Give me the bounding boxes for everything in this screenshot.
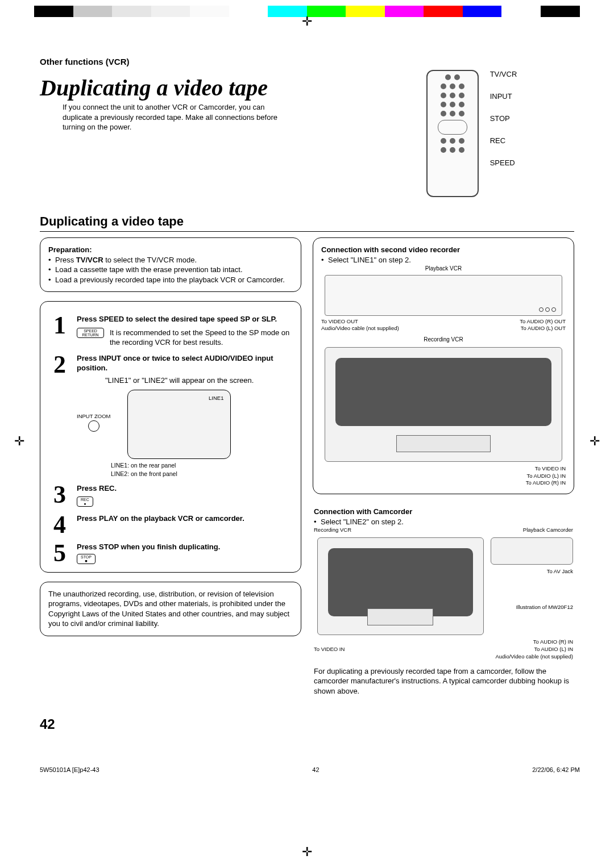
footer-page: 42: [312, 766, 319, 773]
page-intro: If you connect the unit to another VCR o…: [63, 102, 296, 132]
step-1-body: It is recommended to set the Speed to th…: [110, 328, 293, 348]
playback-cam-label: Playback Camcorder: [523, 527, 573, 534]
divider: [40, 231, 574, 232]
conn-cam-title: Connection with Camcorder: [314, 507, 573, 517]
step-5: 5 Press STOP when you finish duplicating…: [48, 542, 293, 565]
camcorder-illustration: [491, 537, 573, 565]
step-4: 4 Press PLAY on the playback VCR or camc…: [48, 514, 293, 536]
stop-button-icon: STOP■: [77, 554, 96, 564]
illustration-label: Illustration of MW20F12: [491, 604, 573, 611]
step-4-head: Press PLAY on the playback VCR or camcor…: [77, 514, 244, 523]
tv-screen-illustration: LINE1: [127, 390, 231, 459]
step-3-head: Press REC.: [77, 484, 117, 493]
footer-file: 5W50101A [E]p42-43: [40, 766, 99, 773]
page-number: 42: [40, 716, 574, 732]
connection-vcr-box: Connection with second video recorder Se…: [313, 237, 574, 494]
preparation-title: Preparation:: [48, 245, 293, 255]
preparation-item2: Load a cassette tape with the erase prev…: [48, 265, 293, 275]
to-audio-l-in-label: To AUDIO (L) IN: [321, 473, 566, 480]
to-audio-l-out-label: To AUDIO (L) OUT: [521, 325, 566, 332]
playback-vcr-label: Playback VCR: [321, 265, 566, 273]
to-audio-r-in-label: To AUDIO (R) IN: [321, 479, 566, 487]
preparation-item3: Load a previously recorded tape into the…: [48, 275, 293, 285]
callout-tvvcr: TV/VCR: [490, 70, 517, 78]
to-audio-r-in-label2: To AUDIO (R) IN: [533, 639, 573, 646]
rec-button-icon: REC●: [77, 496, 93, 507]
recording-vcr-label: Recording VCR: [321, 336, 566, 344]
input-button-icon: [88, 420, 99, 432]
page-title: Duplicating a video tape: [40, 74, 415, 101]
remote-callouts: TV/VCR INPUT STOP REC SPEED: [490, 70, 517, 181]
callout-stop: STOP: [490, 114, 517, 123]
step-1: 1 Press SPEED to select the desired tape…: [48, 314, 293, 348]
screen-line1-label: LINE1: [209, 395, 223, 402]
to-audio-l-in-label2: To AUDIO (L) IN: [534, 646, 573, 653]
callout-speed: SPEED: [490, 158, 517, 167]
callout-input: INPUT: [490, 92, 517, 101]
connection-camcorder-box: Connection with Camcorder Select "LINE2"…: [313, 503, 574, 699]
input-zoom-label: INPUT ZOOM: [77, 413, 110, 420]
line2-def: LINE2: on the front panel: [111, 470, 293, 478]
remote-control-illustration: [426, 70, 479, 197]
av-cable-label2: Audio/Video cable (not supplied): [314, 653, 573, 661]
to-video-in-label: To VIDEO IN: [321, 465, 566, 473]
speed-button-icon: SPEED RETURN: [77, 328, 104, 338]
step-1-head: Press SPEED to select the desired tape s…: [77, 315, 277, 323]
recording-vcr-illustration: [325, 347, 562, 462]
left-column: Preparation: Press TV/VCR to select the …: [40, 237, 301, 708]
step-2-body: "LINE1" or "LINE2" will appear on the sc…: [105, 375, 293, 386]
section-label: Other functions (VCR): [40, 57, 574, 66]
recording-vcr-label2: Recording VCR: [314, 527, 351, 534]
conn-vcr-title: Connection with second video recorder: [321, 245, 566, 255]
right-column: Connection with second video recorder Se…: [313, 237, 574, 708]
to-video-in-label2: To VIDEO IN: [314, 646, 345, 653]
step-2: 2 Press INPUT once or twice to select AU…: [48, 353, 293, 478]
preparation-item1: Press TV/VCR to select the TV/VCR mode.: [48, 255, 293, 265]
print-footer: 5W50101A [E]p42-43 42 2/22/06, 6:42 PM: [40, 766, 580, 773]
playback-vcr-illustration: [325, 275, 562, 316]
recording-vcr-illustration-2: [317, 537, 484, 635]
line1-def: LINE1: on the rear panel: [111, 461, 293, 469]
conn-cam-note: Select "LINE2" on step 2.: [314, 517, 573, 527]
footer-date: 2/22/06, 6:42 PM: [532, 766, 580, 773]
step-5-head: Press STOP when you finish duplicating.: [77, 542, 220, 551]
to-av-jack-label: To AV Jack: [491, 568, 573, 575]
remote-diagram: TV/VCR INPUT STOP REC SPEED: [426, 70, 574, 197]
subheading: Duplicating a video tape: [40, 214, 574, 229]
step-3: 3 Press REC. REC●: [48, 483, 293, 508]
to-audio-r-out-label: To AUDIO (R) OUT: [520, 318, 566, 326]
camcorder-note: For duplicating a previously recorded ta…: [314, 666, 573, 696]
registration-mark-top: ✛: [302, 14, 312, 29]
av-cable-label: Audio/Video cable (not supplied): [321, 325, 399, 332]
callout-rec: REC: [490, 136, 517, 145]
preparation-box: Preparation: Press TV/VCR to select the …: [40, 237, 301, 292]
to-video-out-label: To VIDEO OUT: [321, 318, 358, 326]
page-content: Other functions (VCR) Duplicating a vide…: [0, 34, 614, 749]
steps-box: 1 Press SPEED to select the desired tape…: [40, 301, 301, 572]
step-2-head: Press INPUT once or twice to select AUDI…: [77, 354, 273, 373]
disclaimer-box: The unauthorized recording, use, distrib…: [40, 582, 301, 636]
conn-vcr-note: Select "LINE1" on step 2.: [321, 255, 566, 265]
